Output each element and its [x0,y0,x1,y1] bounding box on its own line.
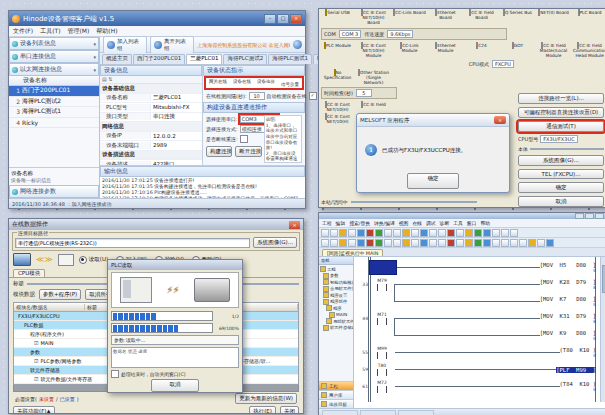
cpu-module-tab[interactable]: CPU模块 [13,269,45,277]
menu-item[interactable]: 工程 [322,220,332,226]
menu-item[interactable]: 编辑 [336,220,346,226]
interface-icon-item[interactable]: NET(II) Board [537,11,570,26]
ladder-instruction[interactable]: [MOV K28 D79 ]8 [540,279,596,290]
ladder-document-tab[interactable]: [回路]监视执行中 MAIN [322,249,383,256]
interface-icon-item[interactable]: PLC Board [573,11,605,26]
related-functions-button[interactable]: 关联功能(F)▲ [13,406,55,414]
interface-icon-item[interactable]: CC-Link Board [393,11,426,26]
reconnect-checkbox[interactable] [240,135,248,143]
collapse-icon[interactable]: ▾ [93,41,96,47]
time-check-field[interactable]: 5 [356,89,372,97]
nav-view-button[interactable]: 用户库 [319,390,353,399]
progress-cancel-button[interactable]: 取消 [151,379,199,392]
connection-paths-button[interactable]: 连接路径一览(L)... [518,93,604,104]
menu-item[interactable]: 在线 [412,220,422,226]
ladder-instruction[interactable]: [PLF M99 ] [556,367,596,373]
property-row[interactable]: 网络信息 [100,122,202,132]
property-row[interactable]: 设备基础信息 [100,84,202,94]
close-dialog-button[interactable]: 关闭 [280,406,299,414]
device-row[interactable]: 2 海得PLC测试2 [9,97,99,108]
nav-view-button[interactable]: 工程 [319,381,353,390]
network-icon-item[interactable]: CC IE Cont NET/10(H) [321,115,354,125]
leave-group-button[interactable]: 离开列表组 [150,36,194,54]
join-group-button[interactable]: 加入列表组 [103,36,147,54]
remove-channel-button[interactable]: 断开连接通道 [235,146,261,157]
interface-icon-item[interactable]: C24 [465,44,498,59]
param-program-button[interactable]: 参数+程序(P) [39,289,81,300]
ladder-contact[interactable]: T80 [369,363,395,376]
ladder-contact[interactable]: M72 [369,380,395,393]
ladder-contact[interactable]: M71 [369,312,395,325]
ladder-instruction[interactable]: [MOV K7 D80 ]0 [540,296,596,307]
build-channel-button[interactable]: 构建连接通道 [206,146,232,157]
interface-icon-item[interactable]: Serial USB [321,11,354,26]
network-icon-item[interactable]: CC IE Cont NET/10(H) [321,103,354,113]
menu-item[interactable]: 帮助 [480,220,490,226]
nav-tree-item[interactable]: 智能功能模块 [319,279,353,286]
network-icon-item[interactable]: CC IE Field [357,103,390,113]
interface-icon-item[interactable]: CC IE Field Master/Local Module [537,44,570,59]
cancel-button[interactable]: 取消 [518,196,604,207]
close-icon[interactable]: × [289,221,300,229]
editor-toolbar-2[interactable] [319,238,605,248]
interface-icon-item[interactable]: CC-Link Module [393,44,426,59]
interface-icon-item[interactable]: CC IE Field Communication Head Module [573,44,605,59]
property-row[interactable]: PLC型号 Mitsubishi-FX [100,103,202,113]
access-path-field[interactable] [351,201,477,203]
device-tab[interactable]: 西门子200PLC01 [133,54,185,64]
ladder-contact[interactable]: M99 [369,346,395,359]
menu-item[interactable]: 视图 [399,220,409,226]
sidebar-section-header[interactable]: 串口连接信息 ▾ [9,50,99,63]
sidebar-section-header-bottom[interactable]: 网络连接参数 [9,185,99,198]
menu-item[interactable]: 转换/编译 [374,220,395,226]
interface-icon-item[interactable]: CC IE Field Board [465,11,498,26]
property-row[interactable]: 设备IP 12.0.0.2 [100,132,202,142]
collapse-icon[interactable]: ▾ [93,54,96,60]
maximize-button[interactable]: □ [277,14,289,24]
ladder-instruction[interactable]: [MOV H5 D80 ]0 [540,262,596,273]
menu-item[interactable]: 工具(T) [40,27,60,36]
menu-item[interactable]: 调试 [426,220,436,226]
interface-icon-item[interactable]: GOT [501,44,534,59]
collapse-icon[interactable]: ▾ [93,67,96,73]
device-row[interactable]: 4 Ricky [9,118,99,129]
device-row[interactable]: 1 西门子200PLC01 [9,86,99,97]
device-tab[interactable]: 概述主页 [102,54,132,64]
ladder-canvas[interactable]: [MOV H5 D80 ]033M79[MOV K28 D79 ]8[MOV K… [354,257,605,408]
tel-button[interactable]: TEL (FXCPU)... [518,169,604,179]
menu-item[interactable]: 管理(M) [68,27,90,36]
vertical-scrollbar[interactable] [600,257,605,402]
ladder-contact[interactable]: M79 [369,278,395,291]
menu-item[interactable]: 窗口 [467,220,477,226]
property-row[interactable]: 设备描述信息 [100,151,202,161]
refresh-info-button[interactable]: 更新为最新的信息(W) [235,393,297,404]
operation-radio[interactable]: 读取(U) [79,256,108,264]
system-image-button[interactable]: 系统图像(G)... [253,237,297,248]
property-row[interactable]: 设备末端端口 2989 [100,141,202,151]
station-icon-item[interactable]: Other Station (Single Network) [357,71,390,86]
menu-item[interactable]: 诊断 [440,220,450,226]
menu-item[interactable]: 搜索/替换 [349,220,370,226]
communication-test-button[interactable]: 通信测试(T) [518,121,604,132]
hinode-titlebar[interactable]: Hinode设备管理客户端 v1.5 – □ × [9,11,305,26]
direct-connection-button[interactable]: 可编程控制器直接连接设置(D) [518,107,604,118]
interface-icon-item[interactable]: Q Series Bus [501,11,534,26]
row-checkbox[interactable]: ☑ [34,358,38,364]
interface-icon-item[interactable]: Ethernet Module [429,44,462,59]
column-header[interactable]: 模块名/数据名 [14,304,85,310]
nav-view-button[interactable]: 连接目标 [319,399,353,408]
propgrid-sort-icons[interactable]: ▤ ⇅ [100,76,202,84]
close-button[interactable]: × [290,14,302,24]
menu-item[interactable]: 工具 [453,220,463,226]
auto-check-checkbox[interactable]: ✓ [309,92,317,100]
progress-titlebar[interactable]: PLC读取 [108,260,242,270]
popup-ok-button[interactable]: 确定 [407,173,459,189]
property-row[interactable]: 设备名称 三菱PLC01 [100,94,202,104]
baud-field[interactable]: 9.6Kbps [387,30,413,38]
interface-icon-item[interactable]: CC IE Cont NET/10(H) Board [357,11,390,26]
property-row[interactable]: 接口类型 串口连接 [100,113,202,123]
close-icon[interactable]: × [494,116,506,124]
melsoft-popup-titlebar[interactable]: MELSOFT 应用程序 × [357,114,509,127]
minimize-button[interactable]: – [264,14,276,24]
nav-tree-item[interactable]: 全局软元件注释 [319,286,353,293]
